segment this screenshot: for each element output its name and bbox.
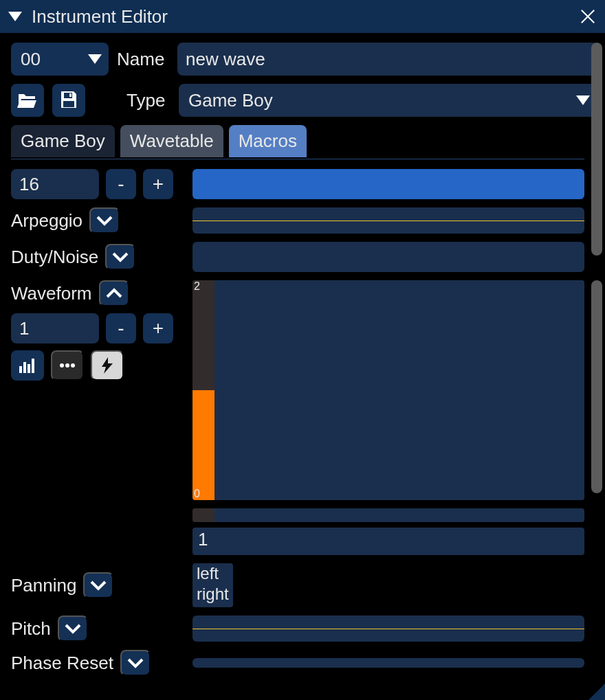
pitch-macro-slot[interactable] [192,616,584,642]
chevron-down-icon [88,54,102,64]
svg-rect-0 [19,366,22,373]
save-button[interactable] [52,84,85,117]
volume-length-input[interactable] [11,169,99,199]
tab-underline [11,159,584,159]
waveform-max-tick: 2 [194,280,200,293]
chevron-down-icon [96,215,113,226]
chevron-down-icon [90,580,107,591]
instrument-number-select[interactable]: 00 [11,43,109,76]
type-select[interactable]: Game Boy [179,84,598,117]
arpeggio-macro-slot[interactable] [192,207,584,234]
chevron-up-icon [106,288,122,299]
content-area: 00 Name Type Game Boy Game Boy Wavetable… [0,33,605,700]
resize-grip[interactable] [588,684,605,700]
type-label: Type [126,90,170,111]
waveform-mode-menu-button[interactable] [51,350,84,381]
ellipsis-icon [60,363,75,368]
arpeggio-label: Arpeggio [11,210,82,232]
chevron-down-icon [576,95,590,105]
duty-label: Duty/Noise [11,247,98,268]
type-value: Game Boy [188,90,273,111]
svg-rect-1 [23,362,26,373]
pitch-label: Pitch [11,618,51,640]
waveform-loop-bar[interactable] [192,508,584,522]
duty-macro-slot[interactable] [192,242,584,272]
waveform-mode-lightning-button[interactable] [91,350,124,381]
lightning-icon [102,357,113,374]
window-title: Instrument Editor [32,6,168,27]
main-scrollbar[interactable] [591,43,602,688]
folder-open-icon [17,91,38,109]
title-bar: Instrument Editor [0,0,605,33]
tabs: Game Boy Wavetable Macros [11,125,598,157]
phase-reset-macro-slot[interactable] [192,658,584,668]
duty-expand-button[interactable] [105,244,135,270]
panning-left-label: left [197,563,229,584]
waveform-length-input[interactable] [11,313,99,343]
tab-wavetable[interactable]: Wavetable [120,125,223,157]
svg-point-5 [65,363,69,368]
waveform-min-tick: 0 [194,488,200,500]
waveform-sequence-input[interactable]: 1 [192,528,584,555]
phase-reset-label: Phase Reset [11,653,113,674]
instrument-number-value: 00 [21,49,41,70]
volume-macro-bar[interactable] [192,169,584,199]
waveform-collapse-button[interactable] [99,280,129,306]
name-input[interactable] [177,43,598,76]
waveform-label: Waveform [11,283,92,304]
panning-macro-slot[interactable]: left right [192,563,233,607]
tab-gameboy[interactable]: Game Boy [11,125,115,157]
panning-label: Panning [11,575,76,596]
panning-expand-button[interactable] [83,572,113,598]
volume-length-plus[interactable]: + [143,169,173,199]
close-icon[interactable] [579,8,597,25]
pitch-expand-button[interactable] [58,616,88,642]
chevron-down-icon [65,623,81,634]
svg-rect-2 [28,364,30,373]
waveform-mode-bars-button[interactable] [11,350,44,381]
open-button[interactable] [11,84,44,117]
collapse-icon[interactable] [8,12,22,21]
svg-point-6 [71,363,75,368]
chevron-down-icon [127,657,144,668]
waveform-length-plus[interactable]: + [143,313,173,343]
tab-macros[interactable]: Macros [229,125,307,157]
volume-length-minus[interactable]: - [106,169,136,199]
svg-rect-3 [32,359,34,373]
bars-icon [19,358,36,373]
panning-right-label: right [197,584,229,605]
save-icon [59,91,78,110]
waveform-length-minus[interactable]: - [106,313,136,343]
svg-point-4 [60,363,64,368]
phase-reset-expand-button[interactable] [120,650,151,676]
chevron-down-icon [112,251,129,262]
name-label: Name [117,49,169,70]
waveform-macro-canvas[interactable]: 2 0 [192,280,584,500]
arpeggio-expand-button[interactable] [89,207,120,234]
